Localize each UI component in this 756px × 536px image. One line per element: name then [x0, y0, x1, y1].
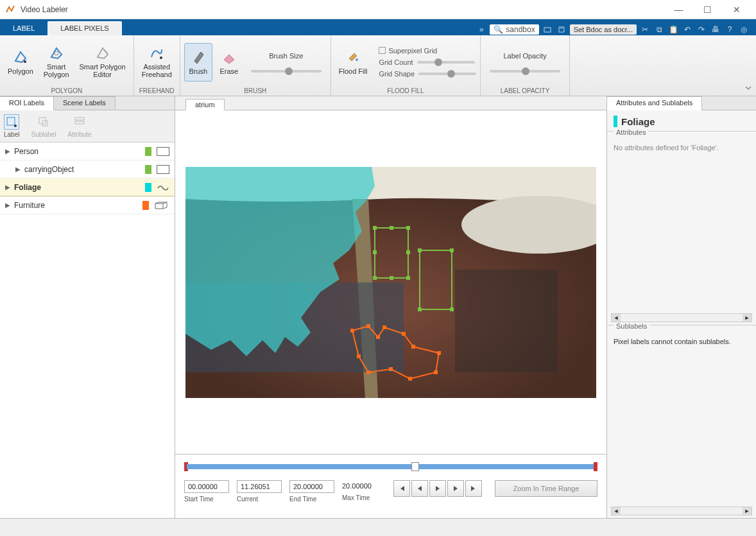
erase-button[interactable]: Erase [215, 43, 243, 82]
expand-icon[interactable]: » [476, 24, 487, 35]
attributes-section-label: Attributes [614, 128, 648, 136]
brush-icon [189, 48, 207, 66]
flood-fill-button[interactable]: Flood Fill [335, 43, 372, 82]
color-swatch [145, 165, 151, 174]
brush-size-label: Brush Size [269, 52, 303, 60]
redo-icon[interactable]: ↷ [696, 24, 707, 35]
rect-type-icon [157, 165, 169, 174]
smart-polygon-editor-button[interactable]: Smart Polygon Editor [76, 43, 130, 82]
opacity-slider[interactable] [490, 70, 560, 73]
grid-shape-slider[interactable] [418, 73, 476, 75]
group-polygon-label: POLYGON [4, 86, 130, 94]
tab-roi-labels[interactable]: ROI Labels [0, 96, 54, 110]
play-button[interactable] [429, 480, 446, 497]
svg-rect-28 [450, 307, 454, 311]
tab-attributes-sublabels[interactable]: Attributes and Sublabels [607, 96, 702, 110]
timeline-end-marker[interactable] [594, 462, 597, 471]
expand-arrow-icon[interactable]: ▶ [5, 184, 14, 191]
search-box[interactable]: 🔍 sandbox [490, 24, 538, 35]
group-freehand-label: FREEHAND [138, 86, 176, 94]
timeline-thumb[interactable] [411, 462, 419, 471]
grid-count-slider[interactable] [417, 61, 475, 64]
tab-label-pixels[interactable]: LABEL PIXELS [47, 21, 121, 35]
label-tool[interactable]: Label [4, 114, 19, 138]
cut-icon[interactable]: ✂ [639, 24, 651, 35]
statusbar [0, 518, 756, 536]
minimize-button[interactable]: — [664, 0, 693, 19]
brush-size-slider[interactable] [251, 70, 322, 73]
svg-rect-31 [376, 335, 380, 339]
group-brush-label: BRUSH [184, 86, 327, 94]
prev-frame-button[interactable] [411, 480, 428, 497]
freehand-icon [148, 46, 166, 62]
search-text: sandbox [506, 25, 535, 34]
svg-rect-30 [366, 324, 370, 328]
close-button[interactable]: ✕ [722, 0, 751, 19]
next-frame-button[interactable] [447, 480, 464, 497]
attributes-body: No attributes defined for 'Foliage'. [614, 144, 750, 151]
tab-label[interactable]: LABEL [0, 21, 47, 35]
brush-button[interactable]: Brush [184, 43, 212, 82]
attribute-tool-icon [72, 114, 87, 130]
timeline-track[interactable] [184, 462, 597, 471]
doc-button[interactable]: Set Bdoc as docr... [570, 24, 637, 35]
max-time-value: 20.00000 [342, 480, 372, 492]
svg-rect-23 [406, 250, 410, 254]
titlebar: Video Labeler — ☐ ✕ [0, 0, 756, 19]
svg-rect-39 [366, 370, 370, 374]
svg-rect-29 [350, 329, 354, 333]
target-icon[interactable]: ◎ [738, 24, 750, 35]
help-icon[interactable]: ? [724, 24, 735, 35]
copy-icon[interactable]: ⧉ [653, 24, 665, 35]
right-panel: Attributes and Sublabels Foliage Attribu… [607, 96, 756, 518]
undo-icon[interactable]: ↶ [682, 24, 693, 35]
last-frame-button[interactable] [465, 480, 482, 497]
svg-rect-33 [402, 332, 406, 336]
sublabel-tool-icon [36, 114, 51, 130]
video-canvas[interactable] [175, 110, 606, 454]
attributes-scrollbar[interactable]: ◄► [611, 313, 752, 322]
first-frame-button[interactable] [393, 480, 410, 497]
polygon-button[interactable]: Polygon [4, 43, 37, 82]
svg-rect-17 [406, 226, 410, 230]
smart-polygon-button[interactable]: Smart Polygon [40, 43, 73, 82]
qa-icon-2[interactable] [556, 24, 567, 35]
label-name: Foliage [14, 183, 140, 192]
paste-icon[interactable]: 📋 [667, 24, 679, 35]
ribbon-collapse-icon[interactable] [744, 84, 752, 92]
label-item-person[interactable]: ▶Person [0, 143, 175, 160]
expand-arrow-icon[interactable]: ▶ [15, 166, 24, 173]
zoom-time-range-button[interactable]: Zoom In Time Range [495, 480, 597, 497]
svg-rect-9 [75, 117, 84, 120]
print-icon[interactable]: 🖶 [710, 24, 721, 35]
label-item-furniture[interactable]: ▶Furniture [0, 196, 175, 214]
sublabels-section-label: Sublabels [614, 322, 649, 330]
tab-scene-labels[interactable]: Scene Labels [54, 96, 116, 110]
group-flood-label: FLOOD FILL [335, 86, 476, 94]
superpixel-checkbox[interactable]: Superpixel Grid [379, 47, 476, 55]
group-flood-fill: Flood Fill Superpixel Grid Grid Count Gr… [331, 35, 481, 96]
end-time-input[interactable]: 20.00000 [289, 480, 334, 493]
svg-rect-8 [42, 121, 47, 126]
grid-shape-label: Grid Shape [379, 70, 415, 78]
maximize-button[interactable]: ☐ [693, 0, 722, 19]
svg-rect-37 [408, 377, 412, 381]
smart-polygon-icon [47, 46, 65, 62]
qa-icon-1[interactable] [542, 24, 553, 35]
grid-count-label: Grid Count [379, 58, 413, 66]
assisted-freehand-button[interactable]: Assisted Freehand [138, 43, 176, 82]
current-time-input[interactable]: 11.26051 [237, 480, 282, 493]
sublabels-scrollbar[interactable]: ◄► [611, 506, 752, 515]
flood-fill-icon [344, 48, 362, 66]
label-name: Person [14, 147, 140, 156]
svg-rect-10 [75, 121, 84, 124]
svg-rect-35 [437, 351, 441, 355]
video-tab[interactable]: atrium [185, 99, 225, 110]
label-item-carryingobject[interactable]: ▶carryingObject [0, 160, 175, 178]
expand-arrow-icon[interactable]: ▶ [5, 202, 14, 209]
svg-rect-20 [390, 226, 393, 230]
svg-point-4 [356, 58, 358, 61]
start-time-input[interactable]: 00.00000 [184, 480, 229, 493]
label-item-foliage[interactable]: ▶Foliage [0, 178, 175, 196]
expand-arrow-icon[interactable]: ▶ [5, 148, 14, 155]
